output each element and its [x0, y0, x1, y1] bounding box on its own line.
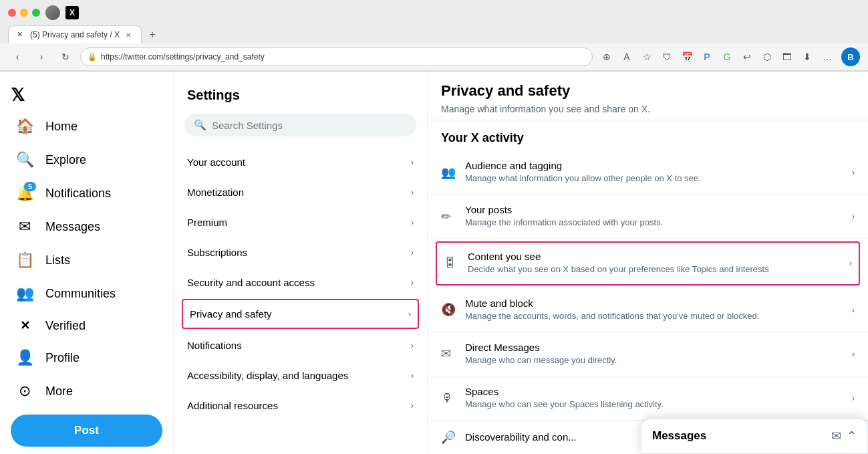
settings-item-premium[interactable]: Premium ›: [174, 207, 427, 237]
url-bar[interactable]: 🔒 https://twitter.com/settings/privacy_a…: [80, 47, 593, 66]
g-extension-icon[interactable]: G: [718, 48, 736, 66]
content-item-content-you-see[interactable]: 🎛 Content you see Decide what you see on…: [436, 241, 860, 285]
content-item-audience-tagging[interactable]: 👥 Audience and tagging Manage what infor…: [428, 150, 868, 195]
your-posts-icon: ✏: [441, 209, 465, 224]
content-item-title: Spaces: [465, 386, 852, 397]
sidebar-item-explore[interactable]: 🔍 Explore: [5, 144, 168, 175]
content-title: Privacy and safety: [441, 82, 855, 100]
grid-icon[interactable]: ⬡: [758, 48, 776, 66]
sidebar-item-label: Notifications: [45, 187, 111, 201]
shield-icon[interactable]: 🛡: [658, 48, 676, 66]
content-item-text: Direct Messages Manage who can message y…: [465, 342, 852, 366]
spaces-icon: 🎙: [441, 391, 465, 405]
url-text: https://twitter.com/settings/privacy_and…: [101, 52, 265, 62]
content-subtitle: Manage what information you see and shar…: [441, 104, 855, 114]
nav-actions: ⊕ A ☆ 🛡 📅 P G ↩ ⬡ 🗔 ⬇ …: [598, 48, 836, 66]
reader-view-button[interactable]: A: [618, 48, 635, 66]
sidebar-item-communities[interactable]: 👥 Communities: [5, 278, 168, 309]
tab-close-button[interactable]: ✕: [124, 30, 133, 39]
content-item-title: Content you see: [468, 251, 849, 262]
new-tab-button[interactable]: +: [144, 27, 160, 43]
sidebar-item-more[interactable]: ⊙ More: [5, 376, 168, 407]
discoverability-icon: 🔎: [441, 430, 465, 445]
content-item-text: Audience and tagging Manage what informa…: [465, 160, 852, 185]
settings-item-subscriptions[interactable]: Subscriptions ›: [174, 237, 427, 267]
settings-item-label: Premium: [187, 217, 227, 228]
sidebar-item-messages[interactable]: ✉ Messages: [5, 211, 168, 242]
new-message-icon[interactable]: ✉: [831, 429, 841, 443]
more-icon: ⊙: [16, 382, 33, 400]
settings-item-label: Monetization: [187, 187, 244, 198]
more-options-button[interactable]: …: [819, 48, 836, 66]
settings-item-label: Subscriptions: [187, 247, 247, 258]
refresh-button[interactable]: ↻: [56, 47, 75, 66]
communities-icon: 👥: [16, 285, 33, 302]
content-item-desc: Decide what you see on X based on your p…: [468, 263, 849, 275]
home-icon: 🏠: [16, 118, 33, 135]
x-logo[interactable]: 𝕏: [0, 78, 173, 110]
chevron-right-icon: ›: [411, 157, 414, 167]
settings-item-monetization[interactable]: Monetization ›: [174, 177, 427, 207]
edge-browser-button[interactable]: B: [841, 47, 860, 66]
content-item-text: Spaces Manage who can see your Spaces li…: [465, 386, 852, 411]
content-item-mute-block[interactable]: 🔇 Mute and block Manage the accounts, wo…: [428, 288, 868, 332]
close-button[interactable]: [8, 9, 16, 17]
sidebar-item-lists[interactable]: 📋 Lists: [5, 245, 168, 275]
p-extension-icon[interactable]: P: [698, 48, 716, 66]
collapse-icon[interactable]: ⌃: [847, 429, 857, 443]
settings-item-accessibility[interactable]: Accessibility, display, and languages ›: [174, 360, 427, 390]
download-icon[interactable]: ⬇: [799, 48, 816, 66]
content-item-spaces[interactable]: 🎙 Spaces Manage who can see your Spaces …: [428, 376, 868, 421]
chevron-right-icon: ›: [411, 187, 414, 197]
maximize-button[interactable]: [32, 9, 40, 17]
settings-item-label: Privacy and safety: [190, 308, 272, 320]
active-tab[interactable]: ✕ (5) Privacy and safety / X ✕: [8, 25, 142, 43]
settings-item-label: Additional resources: [187, 400, 278, 411]
messages-popup-title: Messages: [652, 429, 706, 443]
split-view-icon[interactable]: 🗔: [778, 48, 796, 66]
settings-item-security[interactable]: Security and account access ›: [174, 267, 427, 298]
chevron-right-icon: ›: [411, 340, 414, 350]
verified-icon: ✕: [16, 318, 33, 333]
sidebar-item-home[interactable]: 🏠 Home: [5, 111, 168, 142]
content-you-see-icon: 🎛: [444, 256, 468, 270]
settings-item-privacy[interactable]: Privacy and safety ›: [182, 299, 419, 329]
settings-item-label: Your account: [187, 156, 245, 168]
minimize-button[interactable]: [20, 9, 28, 17]
search-settings-input[interactable]: [212, 120, 407, 131]
settings-item-notifications[interactable]: Notifications ›: [174, 330, 427, 360]
messages-popup-header: Messages ✉ ⌃: [641, 419, 867, 453]
settings-item-your-account[interactable]: Your account ›: [174, 147, 427, 177]
sidebar-item-profile[interactable]: 👤 Profile: [5, 342, 168, 373]
content-item-text: Mute and block Manage the accounts, word…: [465, 298, 852, 322]
sidebar-item-label: Profile: [45, 351, 80, 365]
content-item-title: Your posts: [465, 204, 852, 215]
sidebar-item-notifications[interactable]: 🔔 Notifications 5: [5, 178, 168, 209]
sidebar-item-label: Messages: [45, 220, 100, 234]
sidebar-item-label: Explore: [45, 153, 86, 167]
content-chevron-icon: ›: [852, 211, 855, 221]
settings-item-label: Accessibility, display, and languages: [187, 370, 348, 381]
refresh2-icon[interactable]: ↩: [738, 48, 756, 66]
chevron-right-icon: ›: [408, 309, 411, 319]
content-item-desc: Manage who can message you directly.: [465, 354, 852, 366]
content-chevron-icon: ›: [852, 167, 855, 177]
settings-item-additional[interactable]: Additional resources ›: [174, 390, 427, 421]
browser-icon: X: [65, 6, 79, 19]
forward-button[interactable]: ›: [32, 47, 51, 66]
search-icon: 🔍: [194, 119, 206, 131]
browser-chrome: X ✕ (5) Privacy and safety / X ✕ + ‹ › ↻…: [0, 0, 868, 72]
post-button[interactable]: Post: [11, 415, 162, 447]
calendar-icon[interactable]: 📅: [678, 48, 696, 66]
chevron-right-icon: ›: [411, 217, 414, 227]
back-button[interactable]: ‹: [8, 47, 27, 66]
content-item-direct-messages[interactable]: ✉ Direct Messages Manage who can message…: [428, 332, 868, 376]
content-item-your-posts[interactable]: ✏ Your posts Manage the information asso…: [428, 195, 868, 239]
sidebar-item-verified[interactable]: ✕ Verified: [5, 312, 168, 340]
extensions-button[interactable]: ⊕: [598, 48, 615, 66]
favorites-button[interactable]: ☆: [638, 48, 656, 66]
content-chevron-icon: ›: [849, 258, 852, 268]
search-settings-input-wrap[interactable]: 🔍: [184, 114, 416, 136]
content-panel: Privacy and safety Manage what informati…: [428, 72, 868, 454]
left-sidebar: 𝕏 🏠 Home 🔍 Explore 🔔 Notifications 5 ✉ M…: [0, 72, 174, 454]
